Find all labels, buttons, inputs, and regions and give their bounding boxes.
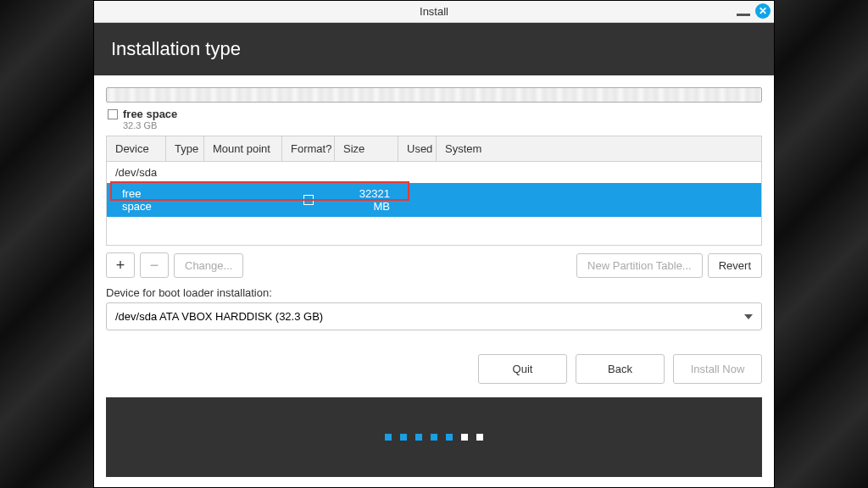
table-row-selected[interactable]: free space 32321 MB — [107, 183, 761, 217]
table-header: Device Type Mount point Format? Size Use… — [107, 136, 761, 162]
page-title: Installation type — [94, 23, 774, 75]
header-format[interactable]: Format? — [282, 136, 335, 161]
cell-mount — [204, 198, 282, 202]
partition-table[interactable]: Device Type Mount point Format? Size Use… — [106, 136, 762, 246]
partition-toolbar: + − Change... New Partition Table... Rev… — [106, 252, 762, 278]
legend: free space 32.3 GB — [106, 108, 762, 130]
header-mount[interactable]: Mount point — [204, 136, 282, 161]
legend-swatch — [108, 109, 118, 119]
cell-device: free space — [107, 186, 166, 214]
cell-size: 32321 MB — [335, 186, 398, 214]
step-dot-5[interactable] — [446, 434, 453, 441]
titlebar[interactable]: Install ✕ — [94, 1, 774, 23]
cell-type — [166, 198, 204, 202]
step-dot-1[interactable] — [385, 434, 392, 441]
step-dot-4[interactable] — [431, 434, 437, 441]
header-type[interactable]: Type — [166, 136, 204, 161]
quit-button[interactable]: Quit — [478, 354, 567, 384]
header-device[interactable]: Device — [107, 136, 166, 161]
header-used[interactable]: Used — [398, 136, 437, 161]
device-name: /dev/sda — [115, 166, 157, 179]
legend-size: 32.3 GB — [123, 120, 177, 130]
close-button[interactable]: ✕ — [755, 3, 771, 19]
content-area: free space 32.3 GB Device Type Mount poi… — [94, 75, 774, 487]
new-partition-table-button[interactable]: New Partition Table... — [576, 253, 703, 278]
boot-loader-label: Device for boot loader installation: — [106, 286, 762, 299]
disk-usage-bar[interactable] — [106, 87, 762, 103]
revert-button[interactable]: Revert — [708, 253, 762, 278]
cell-used — [398, 198, 437, 202]
step-dot-2[interactable] — [400, 434, 407, 441]
change-partition-button[interactable]: Change... — [174, 253, 243, 278]
action-buttons: Quit Back Install Now — [106, 354, 762, 384]
step-dot-3[interactable] — [415, 434, 422, 441]
installer-window: Install ✕ Installation type free space 3… — [93, 0, 775, 488]
format-checkbox[interactable] — [303, 195, 314, 205]
boot-loader-select[interactable]: /dev/sda ATA VBOX HARDDISK (32.3 GB) — [106, 302, 762, 330]
progress-dots — [106, 397, 762, 477]
cell-system — [437, 198, 761, 202]
header-size[interactable]: Size — [335, 136, 398, 161]
back-button[interactable]: Back — [576, 354, 665, 384]
chevron-down-icon — [744, 314, 753, 319]
window-title: Install — [420, 5, 448, 18]
install-now-button[interactable]: Install Now — [673, 354, 762, 384]
legend-label: free space — [123, 108, 177, 120]
header-system[interactable]: System — [437, 136, 761, 161]
minimize-button[interactable] — [737, 14, 750, 16]
step-dot-6[interactable] — [461, 434, 468, 441]
boot-loader-value: /dev/sda ATA VBOX HARDDISK (32.3 GB) — [115, 310, 323, 323]
cell-format — [282, 193, 335, 207]
remove-partition-button[interactable]: − — [140, 252, 169, 278]
add-partition-button[interactable]: + — [106, 252, 135, 278]
step-dot-7[interactable] — [476, 434, 483, 441]
table-row-parent[interactable]: /dev/sda — [107, 162, 761, 183]
